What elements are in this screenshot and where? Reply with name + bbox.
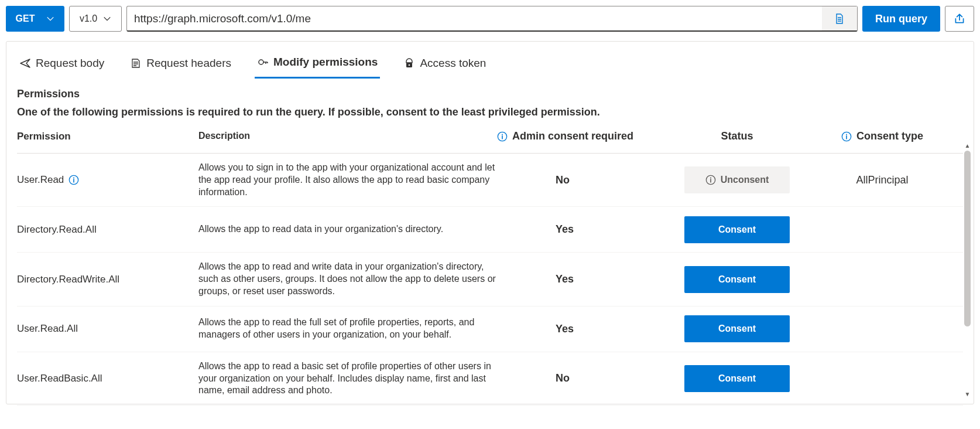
share-icon (953, 12, 966, 25)
status-cell: Consent (673, 365, 801, 392)
consent-type-cell: AllPrincipal (801, 174, 963, 186)
description-cell: Allows the app to read and write data in… (198, 261, 497, 297)
table-row: User.ReadBasic.AllAllows the app to read… (17, 352, 963, 406)
table-row: User.ReadAllows you to sign in to the ap… (17, 154, 963, 207)
permissions-description: One of the following permissions is requ… (17, 106, 963, 118)
share-button[interactable] (945, 6, 974, 32)
tab-request-headers[interactable]: Request headers (128, 53, 234, 79)
permission-name: User.Read (17, 174, 64, 186)
permissions-table-header: Permission Description Admin consent req… (17, 130, 963, 154)
request-tabs: Request body Request headers Modify perm… (17, 42, 963, 79)
permission-cell: User.Read.All (17, 323, 198, 335)
chevron-down-icon (46, 15, 54, 23)
tab-request-body[interactable]: Request body (17, 53, 107, 79)
admin-consent-cell: No (497, 372, 673, 384)
consent-button[interactable]: Consent (684, 216, 790, 243)
run-query-button[interactable]: Run query (862, 6, 940, 32)
unconsent-button[interactable]: Unconsent (684, 166, 790, 193)
permission-cell: Directory.ReadWrite.All (17, 274, 198, 285)
query-toolbar: GET v1.0 Run query (6, 6, 974, 32)
tab-label: Access token (420, 57, 486, 70)
permission-name: Directory.Read.All (17, 224, 97, 236)
info-icon[interactable] (68, 175, 79, 185)
description-cell: Allows the app to read data in your orga… (198, 223, 497, 236)
api-version-select[interactable]: v1.0 (69, 6, 122, 32)
status-cell: Consent (673, 266, 801, 293)
tab-label: Modify permissions (273, 56, 378, 69)
description-cell: Allows you to sign in to the app with yo… (198, 162, 497, 198)
docs-link-button[interactable] (822, 6, 857, 30)
table-row: Directory.ReadWrite.AllAllows the app to… (17, 253, 963, 306)
document-icon (834, 13, 845, 25)
permission-name: Directory.ReadWrite.All (17, 274, 119, 285)
consent-button[interactable]: Consent (684, 315, 790, 342)
col-header-status[interactable]: Status (673, 130, 801, 142)
http-method-select[interactable]: GET (6, 6, 64, 32)
consent-button[interactable]: Consent (684, 365, 790, 392)
col-header-admin-label: Admin consent required (512, 130, 633, 142)
permissions-table-body: User.ReadAllows you to sign in to the ap… (17, 154, 963, 406)
key-icon (257, 56, 269, 68)
admin-consent-cell: Yes (497, 223, 673, 236)
table-row: Directory.Read.AllAllows the app to read… (17, 207, 963, 253)
permission-cell: User.Read (17, 174, 198, 186)
info-icon (841, 131, 852, 142)
admin-consent-cell: No (497, 174, 673, 186)
permission-cell: Directory.Read.All (17, 224, 198, 236)
url-field-wrap (126, 6, 858, 32)
table-row: User.Read.AllAllows the app to read the … (17, 307, 963, 352)
chevron-down-icon (103, 15, 111, 23)
col-header-consent-type[interactable]: Consent type (801, 130, 963, 142)
description-cell: Allows the app to read the full set of p… (198, 316, 497, 341)
permission-cell: User.ReadBasic.All (17, 373, 198, 384)
consent-button[interactable]: Consent (684, 266, 790, 293)
tab-access-token[interactable]: Access token (401, 53, 488, 79)
col-header-description[interactable]: Description (198, 130, 497, 142)
status-cell: Consent (673, 216, 801, 243)
send-icon (19, 57, 31, 69)
col-header-permission[interactable]: Permission (17, 131, 198, 142)
permission-name: User.Read.All (17, 323, 78, 335)
admin-consent-cell: Yes (497, 273, 673, 285)
api-version-label: v1.0 (80, 13, 97, 24)
scroll-down-arrow[interactable]: ▼ (963, 390, 972, 398)
tab-label: Request body (36, 57, 104, 70)
admin-consent-cell: Yes (497, 323, 673, 335)
scroll-up-arrow[interactable]: ▲ (963, 141, 972, 149)
request-url-input[interactable] (134, 12, 822, 25)
table-scrollbar[interactable]: ▲ ▼ (963, 141, 972, 398)
tab-modify-permissions[interactable]: Modify permissions (255, 53, 380, 79)
permissions-heading: Permissions (17, 88, 963, 100)
status-cell: Consent (673, 315, 801, 342)
col-header-type-label: Consent type (856, 130, 923, 142)
description-cell: Allows the app to read a basic set of pr… (198, 360, 497, 397)
status-label: Unconsent (721, 175, 769, 185)
http-method-label: GET (16, 13, 35, 24)
info-icon (497, 131, 508, 142)
lock-icon (403, 57, 415, 69)
permission-name: User.ReadBasic.All (17, 373, 102, 384)
scroll-thumb[interactable] (964, 151, 971, 326)
tab-label: Request headers (146, 57, 231, 70)
headers-icon (130, 57, 142, 69)
request-panel: Request body Request headers Modify perm… (6, 41, 974, 404)
status-cell: Unconsent (673, 166, 801, 193)
col-header-admin-consent[interactable]: Admin consent required (497, 130, 673, 142)
info-icon (705, 175, 716, 185)
